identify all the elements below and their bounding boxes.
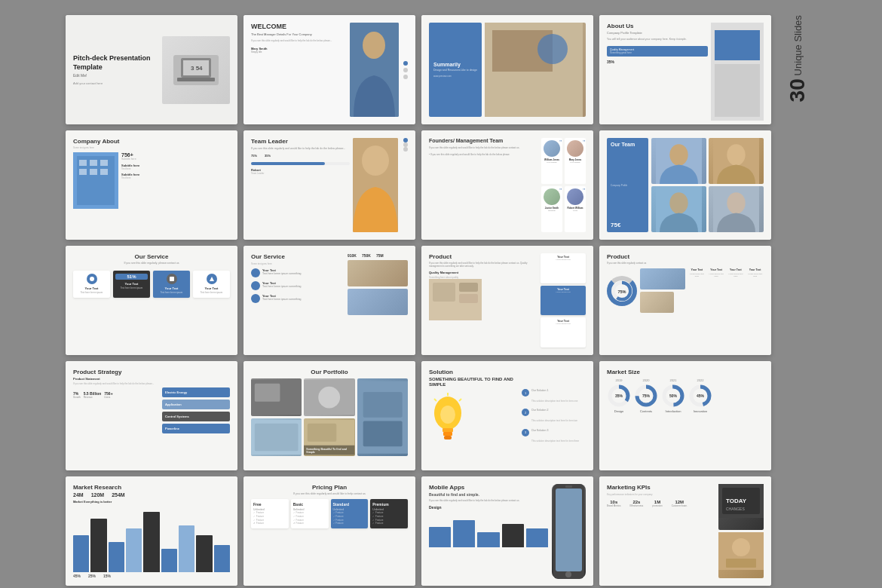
svg-line-56	[434, 399, 436, 401]
slide-12-img-1	[640, 268, 685, 289]
bar-7	[179, 525, 194, 572]
founder-2: " Mary Jones Co-Founder	[565, 138, 586, 184]
slide-12-content: 75% Your Text Lorem ipsum te	[607, 268, 764, 313]
slide-18[interactable]: Pricing Plan If you see this slide regul…	[243, 476, 415, 586]
slide-19-body: If you see this slide regularly and woul…	[429, 499, 548, 502]
prod-card-1: Your Text Lorem ipsum text	[541, 253, 586, 283]
svg-rect-54	[444, 436, 452, 439]
sol-num-2: 2	[522, 409, 529, 416]
slide-3-blue-box: Summarily Design and Resources Like to d…	[429, 23, 482, 117]
kpi-2: 22s Effectiveness	[630, 500, 644, 507]
slide-4[interactable]: About Us Company Profile Template You wi…	[599, 15, 771, 124]
p2-card-2-title: Your Text	[708, 268, 725, 271]
slide-1[interactable]: Pitch-deck Presentation Template Edit Me…	[66, 15, 237, 124]
service-list-icon-1	[251, 268, 260, 277]
slide-12[interactable]: Product If you see this slide regularly …	[599, 246, 771, 355]
ps-stat-label-1: Growth	[73, 396, 81, 399]
slide-6-progress-labels: 75% 35%	[251, 154, 350, 158]
slide-20-content: Marketing KPIs Key performance indicator…	[607, 484, 715, 578]
founder-4-avatar	[567, 188, 583, 205]
pricing-free-name: Free	[253, 502, 286, 507]
dot-2	[403, 68, 408, 72]
slide-7[interactable]: Founders/ Management Team If you see thi…	[421, 130, 593, 240]
ps-box-2: Application	[162, 400, 230, 409]
ms-donut-2: 2020 75% Contents	[634, 378, 658, 413]
slide-13[interactable]: Product Strategy Product Statement If yo…	[66, 361, 237, 470]
svg-rect-52	[443, 428, 453, 432]
slide-10-metrics: 910K 750K 75M	[348, 253, 408, 258]
quality-item-1: Quality Management Something here about …	[429, 271, 537, 279]
slide-5-stat: 756+	[121, 152, 230, 158]
svg-text:75%: 75%	[617, 289, 626, 293]
slide-17[interactable]: Market Research 24M 120M 254M Market Eve…	[66, 476, 237, 586]
slide-14[interactable]: Our Portfolio	[243, 361, 415, 470]
slide-13-stats: 7% Growth 5.5 Billion Revenue 756+ Users	[73, 391, 159, 399]
service-list-desc-3: Text here lorem ipsum something	[262, 298, 302, 302]
quality-title: Quality Management	[429, 271, 537, 274]
founder-3: " Junior Smith Designer	[541, 186, 562, 232]
slide-17-percents: 45% 25% 15%	[73, 574, 230, 578]
slide-10[interactable]: Our Service Some text goes here Your Tex…	[243, 246, 415, 355]
metric-2: 750K	[362, 253, 371, 258]
pricing-basic: Basic Unlimited ✓ Feature✓ Feature✓ Feat…	[291, 499, 329, 528]
side-label: 30 Unique Slides	[787, 15, 808, 102]
slide-6-progress-bar	[251, 162, 350, 165]
svg-point-27	[669, 192, 688, 213]
pricing-standard-features: ✓ Feature✓ Feature✓ Feature✓ Feature	[333, 511, 366, 525]
slide-9[interactable]: Our Service If you see this slide regula…	[66, 246, 237, 355]
slide-18-title: Pricing Plan	[251, 484, 408, 491]
slide-17-subtitle: Market Everything is better	[73, 500, 230, 504]
slide-15-content: Solution SOMETHING BEAUTIFUL TO FIND AND…	[429, 369, 519, 463]
svg-rect-34	[433, 283, 455, 302]
svg-rect-11	[715, 64, 760, 117]
bar-9	[214, 545, 230, 572]
ma-bar-3	[477, 532, 499, 547]
slide-10-item-3: Your Text Text here lorem ipsum somethin…	[251, 294, 344, 303]
ps-stat-label-3: Users	[104, 396, 112, 399]
slide-5-item2-text: Text here	[121, 176, 230, 179]
ps-box-1: Electric Energy	[162, 387, 230, 397]
slide-6-p1: 75%	[251, 154, 257, 158]
bar-1	[73, 535, 89, 572]
slide-6-person-role: Team Leader	[251, 172, 350, 175]
slide-13-content: 7% Growth 5.5 Billion Revenue 756+ Users	[73, 387, 230, 436]
p2-card-3-title: Your Text	[727, 268, 745, 271]
svg-rect-19	[100, 169, 108, 175]
slide-13-statement: Product Statement	[73, 377, 230, 381]
p2-card-4-text: Lorem ipsum text here	[746, 273, 764, 278]
slide-10-img-2	[348, 289, 408, 315]
ms-year-4: 2022	[697, 378, 704, 382]
slide-8-photo-grid	[651, 138, 764, 232]
slide-6[interactable]: Team Leader If you see this slide regula…	[243, 130, 415, 240]
slide-19-chart	[429, 513, 548, 547]
svg-marker-32	[210, 277, 214, 281]
slide-11[interactable]: Product If you see this slide regularly …	[421, 246, 593, 355]
svg-text:3 54: 3 54	[191, 65, 203, 72]
kpi-img-2	[718, 532, 764, 578]
slide-8[interactable]: Our Team Company Profile 75€	[599, 130, 771, 240]
pricing-premium: Premium Unlimited ✓ Feature✓ Feature✓ Fe…	[370, 499, 408, 528]
p2-card-3: Your Text Lorem ipsum text here	[727, 268, 745, 313]
founder-3-role: Designer	[548, 210, 556, 212]
slide-2[interactable]: WELCOME The Best Manager Details For You…	[243, 15, 415, 124]
slide-12-img-2	[640, 292, 674, 313]
slide-5-stats: 756+ Subtitle here Subtitle here Text he…	[121, 152, 230, 209]
sol-text-1: Our Solution 1	[531, 389, 548, 393]
prod-card-1-text: Lorem ipsum text	[543, 259, 583, 261]
slide-5[interactable]: Company About Some text goes here	[66, 130, 237, 240]
service-card-3-text: Text here lorem ipsum	[155, 292, 188, 295]
slide-3[interactable]: Summarily Design and Resources Like to d…	[421, 15, 593, 124]
slide-4-quality: Quality Management Something great here	[607, 46, 708, 57]
slide-5-items: Subtitle here Text here Subtitle here Te…	[121, 164, 230, 179]
slide-15[interactable]: Solution SOMETHING BEAUTIFUL TO FIND AND…	[421, 361, 593, 470]
slide-16[interactable]: Market Size 2019 35% Design	[599, 361, 771, 470]
svg-rect-50	[308, 424, 336, 442]
slide-19[interactable]: Mobile Apps Beautiful to find and simple…	[421, 476, 593, 586]
slide-20[interactable]: Marketing KPIs Key performance indicator…	[599, 476, 771, 586]
ma-bar-4	[502, 524, 524, 548]
solution-3: 3 Our Solution 3	[522, 429, 586, 436]
slide-19-subtitle: Beautiful to find and simple.	[429, 492, 548, 497]
slide-6-title: Team Leader	[251, 138, 350, 145]
svg-rect-53	[443, 432, 452, 436]
bar-5	[143, 512, 159, 572]
